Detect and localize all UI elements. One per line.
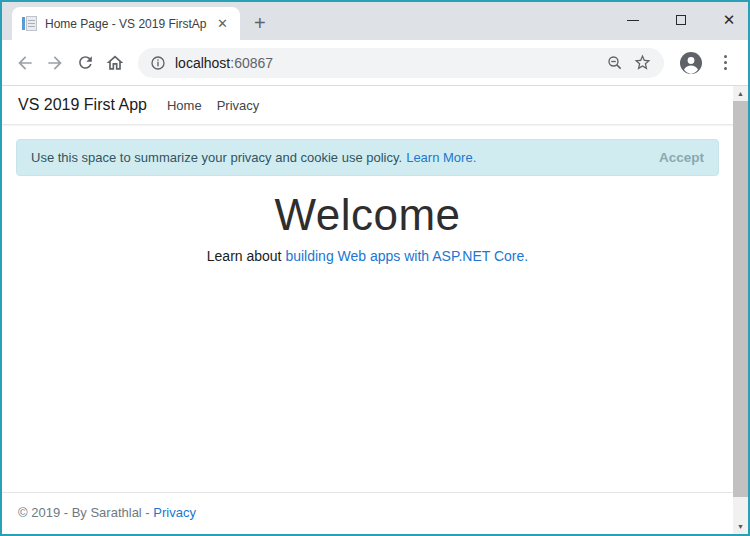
tab-close-icon[interactable]: ✕	[215, 16, 230, 31]
close-icon: ✕	[723, 13, 736, 27]
home-icon	[105, 53, 125, 73]
page-content: VS 2019 First App Home Privacy Use this …	[2, 86, 733, 534]
close-button[interactable]: ✕	[722, 13, 736, 27]
tab-title: Home Page - VS 2019 FirstApp	[45, 17, 207, 31]
scroll-down-icon[interactable]: ▼	[733, 519, 748, 534]
menu-button[interactable]	[710, 48, 740, 78]
nav-link-privacy[interactable]: Privacy	[217, 98, 260, 113]
site-brand[interactable]: VS 2019 First App	[18, 96, 147, 114]
reload-button[interactable]	[70, 48, 100, 78]
scrollbar-thumb[interactable]	[733, 101, 748, 497]
cookie-consent-banner: Use this space to summarize your privacy…	[16, 139, 719, 176]
page-title: Welcome	[2, 191, 733, 239]
home-button[interactable]	[100, 48, 130, 78]
tab-strip: Home Page - VS 2019 FirstApp ✕ + ✕	[2, 2, 748, 40]
aspnet-core-link[interactable]: building Web apps with ASP.NET Core.	[285, 248, 528, 264]
footer-text: © 2019 - By Sarathlal -	[18, 505, 153, 520]
url-port: :60867	[230, 55, 273, 71]
forward-button[interactable]	[40, 48, 70, 78]
main-content: Welcome Learn about building Web apps wi…	[2, 176, 733, 492]
browser-toolbar: localhost:60867	[2, 40, 748, 86]
footer-privacy-link[interactable]: Privacy	[153, 505, 196, 520]
scroll-up-icon[interactable]: ▲	[733, 86, 748, 101]
maximize-icon	[676, 15, 686, 25]
nav-link-home[interactable]: Home	[167, 98, 202, 113]
learn-more-link[interactable]: Learn More.	[406, 150, 476, 165]
page-info-icon[interactable]	[150, 55, 166, 71]
zoom-indicator-icon[interactable]	[606, 54, 624, 72]
subtitle-prefix: Learn about	[207, 248, 286, 264]
accept-button[interactable]: Accept	[659, 150, 704, 165]
site-footer: © 2019 - By Sarathlal - Privacy	[2, 492, 733, 534]
vertical-scrollbar[interactable]: ▲ ▼	[733, 86, 748, 534]
minimize-icon	[627, 20, 639, 21]
site-navbar: VS 2019 First App Home Privacy	[2, 86, 733, 125]
new-tab-button[interactable]: +	[254, 13, 266, 33]
forward-arrow-icon	[45, 53, 65, 73]
cookie-banner-text: Use this space to summarize your privacy…	[31, 150, 402, 165]
minimize-button[interactable]	[626, 13, 640, 27]
browser-tab[interactable]: Home Page - VS 2019 FirstApp ✕	[12, 7, 240, 40]
url-text: localhost:60867	[175, 54, 273, 72]
address-bar[interactable]: localhost:60867	[138, 48, 664, 78]
window-controls: ✕	[626, 2, 736, 38]
url-host: localhost	[175, 55, 230, 71]
back-arrow-icon	[15, 53, 35, 73]
subtitle: Learn about building Web apps with ASP.N…	[2, 248, 733, 264]
favicon-icon	[22, 16, 37, 31]
profile-button[interactable]	[676, 48, 706, 78]
menu-dots-icon	[713, 55, 737, 70]
profile-avatar-icon	[679, 51, 703, 75]
reload-icon	[76, 53, 95, 72]
bookmark-star-icon[interactable]	[633, 53, 652, 72]
maximize-button[interactable]	[674, 13, 688, 27]
browser-window: Home Page - VS 2019 FirstApp ✕ + ✕ local…	[0, 0, 750, 536]
back-button[interactable]	[10, 48, 40, 78]
page-viewport: VS 2019 First App Home Privacy Use this …	[2, 86, 748, 534]
